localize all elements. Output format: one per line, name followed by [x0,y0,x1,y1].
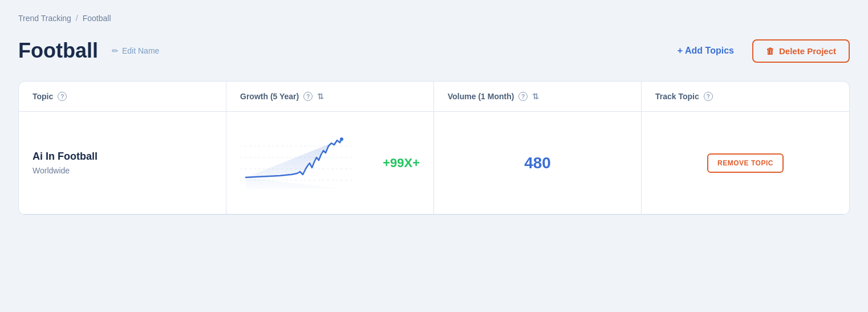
td-track: REMOVE TOPIC [642,112,849,214]
td-volume: 480 [434,112,642,214]
th-track: Track Topic ? [642,82,849,111]
th-growth-filter-icon[interactable]: ⇅ [317,92,324,101]
td-topic: Ai In Football Worldwide [19,112,226,214]
th-growth-label: Growth (5 Year) [240,92,299,101]
breadcrumb-current: Football [83,14,111,23]
header-right: + Add Topics 🗑 Delete Project [668,39,850,63]
svg-point-4 [340,137,343,141]
th-topic-label: Topic [33,92,53,101]
td-growth: +99X+ [226,112,434,214]
edit-name-button[interactable]: ✏ Edit Name [107,44,164,58]
topic-name: Ai In Football [33,151,98,163]
header-row: Football ✏ Edit Name + Add Topics 🗑 Dele… [18,39,850,63]
topics-table: Topic ? Growth (5 Year) ? ⇅ Volume (1 Mo… [18,81,850,215]
th-volume-filter-icon[interactable]: ⇅ [532,92,539,101]
breadcrumb-parent[interactable]: Trend Tracking [18,14,71,23]
th-track-label: Track Topic [655,92,699,101]
growth-chart [240,135,374,192]
th-topic-help-icon[interactable]: ? [58,92,67,101]
delete-project-button[interactable]: 🗑 Delete Project [752,39,850,63]
th-track-help-icon[interactable]: ? [704,92,713,101]
remove-topic-button[interactable]: REMOVE TOPIC [707,153,784,173]
th-growth-help-icon[interactable]: ? [303,92,313,101]
topic-location: Worldwide [33,166,98,175]
header-left: Football ✏ Edit Name [18,39,164,63]
th-volume: Volume (1 Month) ? ⇅ [434,82,642,111]
pencil-icon: ✏ [112,46,119,55]
trash-icon: 🗑 [766,46,774,56]
page-title: Football [18,39,98,63]
edit-name-label: Edit Name [122,46,159,55]
volume-value: 480 [524,154,551,172]
table-header: Topic ? Growth (5 Year) ? ⇅ Volume (1 Mo… [19,82,849,112]
th-volume-label: Volume (1 Month) [448,92,514,101]
th-topic: Topic ? [19,82,226,111]
breadcrumb-separator: / [76,14,78,23]
add-topics-button[interactable]: + Add Topics [668,41,743,60]
delete-project-label: Delete Project [779,46,836,56]
table-row: Ai In Football Worldwide [19,112,849,214]
th-growth: Growth (5 Year) ? ⇅ [226,82,434,111]
growth-value: +99X+ [383,156,420,171]
th-volume-help-icon[interactable]: ? [518,92,528,101]
breadcrumb: Trend Tracking / Football [18,14,850,23]
